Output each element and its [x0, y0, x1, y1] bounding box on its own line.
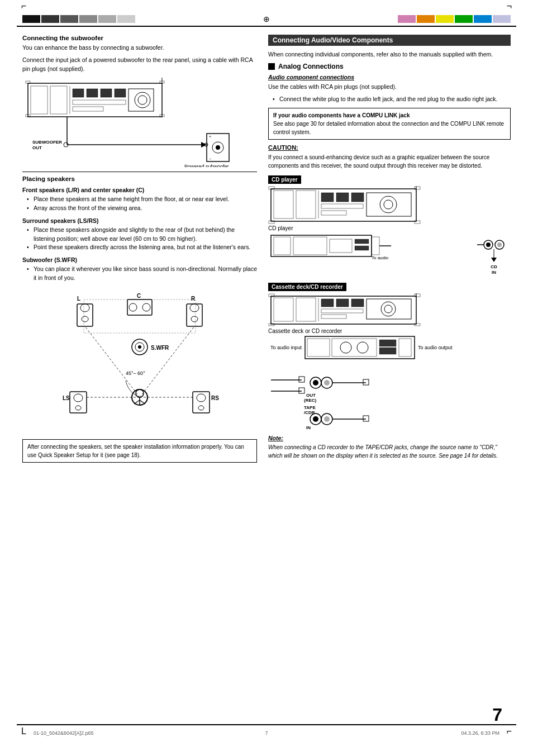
cassette-rca-area: OUT (REC) TAPE /CDR IN (PLAY)	[268, 363, 511, 430]
cd-player-label: CD player	[268, 175, 301, 184]
svg-point-50	[197, 394, 206, 402]
svg-point-51	[198, 406, 204, 410]
svg-point-11	[135, 92, 150, 108]
svg-point-29	[82, 316, 88, 322]
to-audio-output: To audio output	[418, 345, 457, 350]
caution-title: CAUTION:	[268, 144, 511, 151]
cd-in-connector: CDIN	[477, 236, 511, 275]
svg-point-108	[357, 342, 368, 353]
svg-rect-46	[70, 392, 87, 413]
surround-speakers-list: Place these speakers alongside and sligh…	[22, 226, 257, 252]
header-bar: ⊕	[0, 15, 533, 23]
sub-plus: +	[209, 135, 211, 139]
svg-rect-76	[355, 246, 369, 250]
svg-rect-49	[193, 392, 210, 413]
svg-point-117	[313, 380, 318, 386]
svg-point-47	[74, 394, 83, 402]
svg-rect-9	[73, 100, 126, 104]
speaker-warning-box: After connecting the speakers, set the s…	[22, 439, 257, 463]
svg-point-107	[340, 342, 351, 353]
sub-minus: −	[209, 157, 211, 161]
surround-bullet-1: Place these speakers alongside and sligh…	[27, 226, 257, 244]
svg-rect-88	[274, 298, 293, 321]
svg-rect-115	[299, 388, 304, 393]
svg-rect-56	[296, 191, 316, 218]
audio-bullet-1: Connect the white plug to the audio left…	[273, 95, 511, 104]
cd-in-label: CDIN	[491, 264, 497, 275]
svg-rect-10	[73, 107, 103, 111]
svg-rect-64	[321, 204, 363, 208]
label-L: L	[77, 296, 80, 302]
footer-left: 01-10_5042&6042[A]2.p65	[34, 730, 94, 736]
front-bullet-1: Place these speakers at the same height …	[27, 195, 257, 204]
svg-rect-106	[332, 339, 377, 356]
subwoofer-out-label: SUBWOOFER	[32, 140, 62, 145]
reg-mark-bottom-right: ⌐	[507, 726, 512, 736]
svg-point-83	[497, 243, 502, 247]
label-R: R	[191, 296, 196, 302]
speaker-warning-text: After connecting the speakers, set the s…	[27, 444, 244, 458]
svg-rect-91	[321, 299, 334, 307]
svg-marker-86	[491, 258, 497, 262]
label-LS: LS	[63, 395, 70, 401]
subwoofer-diagram-svg: SUBWOOFER OUT + − Powered subwoofer	[22, 78, 235, 167]
powered-sub-text: Powered subwoofer	[184, 164, 229, 167]
svg-text:(REC): (REC)	[304, 398, 317, 403]
audio-body1: Use the cables with RCA pin plugs (not s…	[268, 83, 511, 92]
subwoofer-section: Connecting the subwoofer You can enhance…	[22, 35, 257, 167]
svg-text:output: output	[372, 260, 384, 260]
svg-rect-89	[296, 298, 316, 321]
speakers-title: Placing speakers	[22, 175, 257, 182]
svg-rect-105	[307, 339, 330, 356]
svg-rect-93	[351, 299, 364, 307]
analog-heading: Analog Connections	[268, 63, 511, 70]
svg-point-31	[129, 303, 137, 311]
analog-square-icon	[268, 63, 275, 70]
receiver-cd-svg	[268, 186, 508, 224]
svg-rect-30	[127, 299, 152, 315]
svg-point-40	[138, 345, 141, 349]
svg-point-23	[216, 145, 220, 150]
svg-line-36	[85, 326, 140, 397]
note-section: Note: When connecting a CD recorder to t…	[268, 435, 511, 460]
header-color-bars-left	[22, 15, 135, 23]
note-body: When connecting a CD recorder to the TAP…	[268, 443, 511, 460]
front-speakers-list: Place these speakers at the same height …	[22, 195, 257, 213]
front-speakers-title: Front speakers (L/R) and center speaker …	[22, 187, 257, 193]
reg-mark-bottom-left: L	[21, 726, 26, 736]
subwoofer-title: Connecting the subwoofer	[22, 35, 257, 41]
reg-mark-top-left: ⌐	[21, 1, 26, 11]
cassette-section: Cassette deck/CD recorder	[268, 283, 511, 460]
svg-point-95	[381, 302, 396, 316]
svg-point-127	[324, 416, 330, 422]
cassette-label: Cassette deck/CD recorder	[268, 283, 346, 291]
svg-line-44	[134, 400, 140, 404]
svg-rect-72	[274, 237, 291, 255]
right-column: Connecting Audio/Video Components When c…	[268, 35, 511, 467]
cd-player-area: CD player To audio output	[268, 225, 473, 260]
svg-point-119	[324, 380, 330, 386]
front-bullet-2: Array across the front of the viewing ar…	[27, 204, 257, 213]
cassette-connection-area: To audio input	[268, 335, 511, 360]
svg-rect-92	[336, 299, 349, 307]
label-C: C	[137, 293, 141, 299]
info-box-title: If your audio components have a COMPU LI…	[273, 111, 506, 120]
cd-player-device-svg: To audio output	[268, 232, 408, 260]
svg-rect-4	[73, 89, 84, 97]
svg-rect-2	[50, 86, 67, 114]
svg-rect-5	[87, 89, 98, 97]
svg-rect-74	[330, 239, 352, 253]
svg-rect-26	[84, 299, 196, 333]
svg-text:TAPE: TAPE	[304, 405, 316, 410]
sub-bullet-1: You can place it wherever you like since…	[27, 265, 257, 283]
cassette-normal-label: Cassette deck or CD recorder	[268, 328, 511, 334]
svg-rect-27	[77, 304, 93, 326]
svg-text:OUT: OUT	[306, 393, 316, 398]
subwoofer-body2: Connect the input jack of a powered subw…	[22, 56, 257, 74]
cassette-device-svg	[304, 335, 416, 360]
svg-rect-114	[299, 377, 304, 382]
svg-rect-6	[101, 89, 112, 97]
subwoofer-placement-list: You can place it wherever you like since…	[22, 265, 257, 283]
svg-point-96	[384, 305, 392, 313]
svg-rect-75	[355, 239, 369, 244]
